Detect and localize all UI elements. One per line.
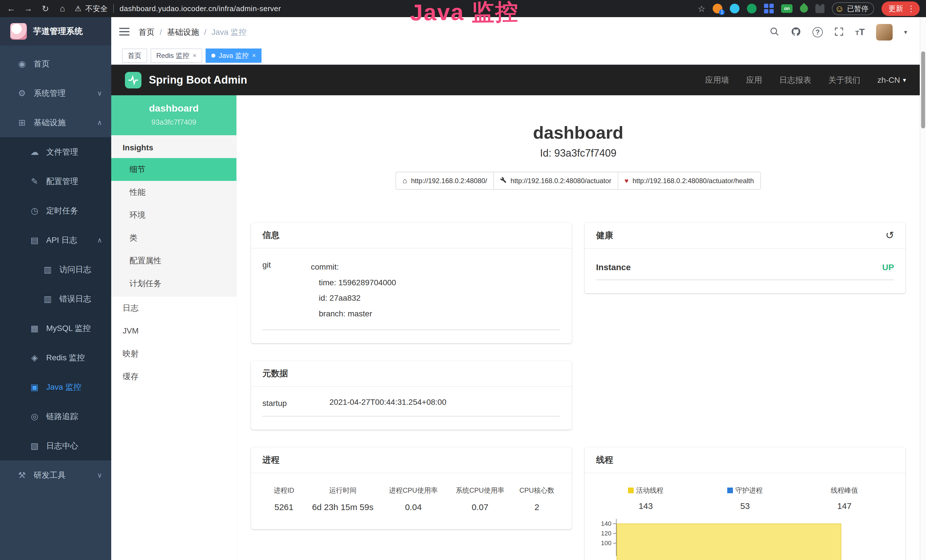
sidebar-item-scheduled-jobs[interactable]: ◷ 定时任务 bbox=[0, 196, 111, 226]
sidebar-item-system-mgmt[interactable]: ⚙ 系统管理 ∨ bbox=[0, 79, 111, 108]
breadcrumb: 首页 / 基础设施 / Java 监控 bbox=[139, 27, 247, 38]
profile-paused-badge[interactable]: ☺ 已暂停 bbox=[832, 2, 874, 15]
sba-menu-config-props[interactable]: 配置属性 bbox=[111, 249, 236, 272]
sidebar-item-infrastructure[interactable]: ⊞ 基础设施 ∧ bbox=[0, 108, 111, 137]
sba-menu-label: JVM bbox=[123, 326, 139, 336]
main-region: 首页 / 基础设施 / Java 监控 ? TT ▾ bbox=[111, 17, 920, 560]
close-icon[interactable]: × bbox=[252, 52, 256, 59]
metadata-card-header: 元数据 bbox=[251, 361, 572, 387]
fullscreen-icon[interactable] bbox=[834, 27, 844, 38]
sba-nav-applications[interactable]: 应用 bbox=[746, 75, 762, 86]
process-card: 进程 进程ID 运行时间 进程CPU使用率 系统CPU使用率 CPU核心数 52… bbox=[251, 447, 572, 529]
threads-legend: 活动线程 守护进程 线程峰值 143 53 147 bbox=[596, 484, 894, 511]
breadcrumb-separator: / bbox=[160, 28, 162, 37]
tab-home[interactable]: 首页 bbox=[122, 48, 147, 63]
font-size-icon[interactable]: TT bbox=[855, 27, 865, 37]
process-id-value: 5261 bbox=[262, 502, 306, 512]
access-log-icon: ▥ bbox=[42, 265, 53, 274]
back-icon[interactable]: ← bbox=[6, 4, 16, 14]
sidebar-item-access-logs[interactable]: ▥ 访问日志 bbox=[0, 255, 111, 284]
extension-icon-leaf[interactable] bbox=[799, 3, 810, 14]
sidebar-item-java-monitor[interactable]: ▣ Java 监控 bbox=[0, 372, 111, 402]
process-table: 进程ID 运行时间 进程CPU使用率 系统CPU使用率 CPU核心数 5261 … bbox=[262, 484, 560, 516]
actuator-url-button[interactable]: http://192.168.0.2:48080/actuator bbox=[493, 172, 618, 190]
extension-icon-puzzle[interactable] bbox=[816, 4, 825, 13]
service-url-button[interactable]: ⌂ http://192.168.0.2:48080/ bbox=[396, 172, 494, 190]
sidebar-item-trace[interactable]: ◎ 链路追踪 bbox=[0, 402, 111, 431]
close-icon[interactable]: × bbox=[193, 52, 197, 59]
sba-menu-scheduled-tasks[interactable]: 计划任务 bbox=[111, 272, 236, 295]
sba-menu-environment[interactable]: 环境 bbox=[111, 204, 236, 227]
sba-menu-label: 类 bbox=[130, 233, 138, 243]
legend-swatch-blue bbox=[727, 487, 733, 493]
link-label: http://192.168.0.2:48080/actuator/health bbox=[632, 177, 754, 185]
sidebar-item-dev-tools[interactable]: ⚒ 研发工具 ∨ bbox=[0, 460, 111, 490]
legend-label: 活动线程 bbox=[636, 486, 663, 495]
sidebar-menu: ◉ 首页 ⚙ 系统管理 ∨ ⊞ 基础设施 ∧ ☁ 文件管理 ✎ 配置管理 ◷ 定… bbox=[0, 45, 111, 490]
extension-icon-green-circle[interactable] bbox=[747, 4, 757, 14]
sidebar-item-mysql-monitor[interactable]: ▦ MySQL 监控 bbox=[0, 313, 111, 343]
sba-app-name: dashboard bbox=[116, 103, 232, 114]
y-tick: 100 bbox=[601, 538, 616, 548]
browser-menu-icon[interactable]: ⋮ bbox=[907, 4, 915, 14]
avatar-caret-icon[interactable]: ▾ bbox=[904, 29, 907, 36]
git-commit-time: time: 1596289704000 bbox=[311, 275, 560, 291]
extension-icon-drop[interactable] bbox=[730, 4, 740, 14]
help-icon[interactable]: ? bbox=[813, 27, 823, 37]
search-icon[interactable] bbox=[770, 27, 779, 38]
sba-app-header[interactable]: dashboard 93a3fc7f7409 bbox=[111, 95, 236, 135]
peak-threads-value: 147 bbox=[795, 501, 894, 511]
sba-menu-jvm[interactable]: JVM bbox=[111, 319, 236, 342]
sba-menu-classes[interactable]: 类 bbox=[111, 227, 236, 249]
sba-menu-caches[interactable]: 缓存 bbox=[111, 365, 236, 388]
health-url-button[interactable]: ♥ http://192.168.0.2:48080/actuator/heal… bbox=[618, 172, 761, 190]
address-bar[interactable]: ⚠ 不安全 dashboard.yudao.iocoder.cn/infra/a… bbox=[75, 4, 281, 14]
scrollbar-thumb[interactable] bbox=[921, 51, 925, 129]
forward-icon[interactable]: → bbox=[23, 4, 33, 14]
extension-icon-orange[interactable]: 1 bbox=[713, 4, 722, 14]
sidebar-item-config-mgmt[interactable]: ✎ 配置管理 bbox=[0, 166, 111, 196]
extension-icon-on-toggle[interactable]: on bbox=[781, 4, 793, 13]
instance-links: ⌂ http://192.168.0.2:48080/ http://192.1… bbox=[251, 172, 905, 190]
sidebar-item-api-logs[interactable]: ▤ API 日志 ∧ bbox=[0, 226, 111, 255]
sba-menu-label: 缓存 bbox=[123, 371, 139, 382]
bookmark-star-icon[interactable]: ☆ bbox=[698, 4, 705, 14]
trace-icon: ◎ bbox=[29, 412, 40, 421]
tab-redis-monitor[interactable]: Redis 监控 × bbox=[151, 48, 202, 63]
home-icon[interactable]: ⌂ bbox=[57, 4, 67, 14]
sidebar-item-label: 定时任务 bbox=[46, 206, 78, 216]
chrome-update-button[interactable]: 更新 ⋮ bbox=[882, 2, 920, 16]
redis-icon: ◈ bbox=[29, 353, 40, 363]
app-logo-row[interactable]: 芋道管理系统 bbox=[0, 17, 111, 45]
info-key: git bbox=[262, 259, 311, 321]
sba-menu-logs[interactable]: 日志 bbox=[111, 297, 236, 319]
sba-menu-label: 环境 bbox=[130, 210, 145, 221]
history-icon[interactable]: ↺ bbox=[885, 229, 894, 241]
sidebar-item-home[interactable]: ◉ 首页 bbox=[0, 49, 111, 79]
breadcrumb-home[interactable]: 首页 bbox=[139, 27, 154, 38]
window-scrollbar[interactable] bbox=[920, 17, 926, 560]
github-icon[interactable] bbox=[791, 27, 801, 38]
column-header: 进程CPU使用率 bbox=[380, 486, 447, 495]
sba-menu-mappings[interactable]: 映射 bbox=[111, 342, 236, 365]
sba-nav-about[interactable]: 关于我们 bbox=[828, 75, 860, 86]
user-avatar[interactable] bbox=[876, 24, 893, 41]
tab-java-monitor[interactable]: Java 监控 × bbox=[206, 48, 262, 63]
sidebar-item-file-mgmt[interactable]: ☁ 文件管理 bbox=[0, 137, 111, 166]
sba-language-select[interactable]: zh-CN ▾ bbox=[878, 76, 906, 85]
sba-menu-details[interactable]: 细节 bbox=[111, 158, 236, 181]
extension-icon-grid[interactable] bbox=[764, 4, 774, 14]
sba-nav: 应用墙 应用 日志报表 关于我们 zh-CN ▾ bbox=[705, 75, 906, 86]
breadcrumb-infrastructure[interactable]: 基础设施 bbox=[167, 27, 199, 38]
sidebar-item-error-logs[interactable]: ▥ 错误日志 bbox=[0, 284, 111, 313]
hamburger-icon[interactable] bbox=[119, 27, 130, 37]
refresh-icon[interactable]: ↻ bbox=[41, 4, 50, 14]
sba-menu-performance[interactable]: 性能 bbox=[111, 181, 236, 204]
sidebar-item-log-center[interactable]: ▧ 日志中心 bbox=[0, 431, 111, 460]
sba-nav-wallboard[interactable]: 应用墙 bbox=[705, 75, 729, 86]
sba-nav-journal[interactable]: 日志报表 bbox=[779, 75, 811, 86]
sba-brand[interactable]: Spring Boot Admin bbox=[125, 72, 247, 88]
sidebar-item-redis-monitor[interactable]: ◈ Redis 监控 bbox=[0, 343, 111, 372]
tab-label: 首页 bbox=[128, 51, 141, 60]
instance-label[interactable]: Instance bbox=[596, 262, 631, 272]
